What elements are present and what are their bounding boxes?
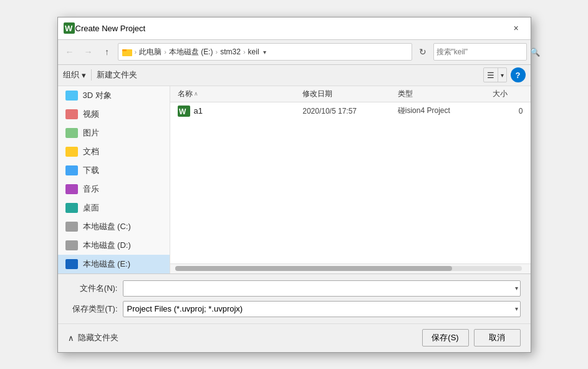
sidebar-item-video[interactable]: 视频	[58, 105, 170, 124]
svg-rect-11	[65, 222, 78, 232]
sort-arrow: ∧	[194, 91, 198, 97]
svg-rect-9	[65, 184, 78, 194]
sidebar-item-disk_d[interactable]: 本地磁盘 (D:)	[58, 236, 170, 255]
hide-folder-label: 隐藏文件夹	[78, 332, 118, 343]
sidebar-icon-disk_c	[65, 220, 78, 233]
file-date-cell: 2020/10/5 17:57	[300, 107, 395, 116]
svg-rect-4	[65, 91, 78, 101]
sidebar-item-docs[interactable]: 文档	[58, 142, 170, 161]
view-icon: ☰	[484, 68, 498, 82]
search-input[interactable]	[436, 47, 530, 56]
titlebar-controls: ×	[507, 21, 526, 36]
table-row[interactable]: W a1 2020/10/5 17:57 碰ision4 Project 0	[170, 102, 531, 120]
svg-rect-12	[65, 240, 78, 250]
filename-input[interactable]	[123, 280, 521, 297]
organize-label: 组织	[63, 69, 79, 81]
col-name-label: 名称	[178, 89, 193, 99]
sidebar-item-music[interactable]: 音乐	[58, 180, 170, 199]
svg-rect-3	[122, 49, 127, 51]
breadcrumb-bar[interactable]: › 此电脑 › 本地磁盘 (E:) › stm32 › keil ▾	[118, 43, 412, 61]
col-type-label: 类型	[398, 89, 413, 99]
toolbar-separator	[91, 69, 92, 81]
file-name: a1	[194, 106, 298, 116]
form-area: 文件名(N): ▾ 保存类型(T): Project Files (*.uvpr…	[58, 273, 531, 323]
svg-rect-6	[65, 128, 78, 138]
file-size-cell: 0	[490, 107, 525, 116]
breadcrumb-keil[interactable]: keil	[248, 47, 259, 56]
sidebar-label-images: 图片	[83, 127, 99, 139]
sidebar-item-downloads[interactable]: 下载	[58, 161, 170, 180]
content-area: 3D 对象 视频 图片 文档 下载 音乐 桌面 本地磁盘 (C:) 本地磁盘 (…	[58, 86, 531, 273]
keil-icon: W	[63, 22, 75, 34]
filelist-header: 名称 ∧ 修改日期 类型 大小	[170, 86, 531, 102]
addressbar: ← → ↑ › 此电脑 › 本地磁盘 (E:) › stm32 › keil ▾…	[58, 40, 531, 65]
svg-rect-10	[65, 203, 78, 213]
nav-up-button[interactable]: ↑	[99, 44, 115, 60]
col-header-name[interactable]: 名称 ∧	[175, 89, 301, 99]
close-button[interactable]: ×	[507, 21, 526, 36]
col-header-size[interactable]: 大小	[490, 89, 525, 99]
filetype-label: 保存类型(T):	[68, 303, 118, 315]
sidebar-icon-images	[65, 127, 78, 139]
dialog: W Create New Project × ← → ↑ › 此电脑 › 本地磁…	[57, 17, 531, 353]
filetype-row: 保存类型(T): Project Files (*.uvproj; *.uvpr…	[68, 301, 521, 317]
sidebar-item-images[interactable]: 图片	[58, 124, 170, 142]
file-type-cell: 碰ision4 Project	[395, 106, 491, 116]
sidebar-icon-docs	[65, 145, 78, 158]
col-header-date[interactable]: 修改日期	[300, 89, 395, 99]
cancel-button[interactable]: 取消	[474, 329, 521, 347]
sidebar-label-disk_d: 本地磁盘 (D:)	[83, 240, 131, 251]
sidebar-icon-disk_d	[65, 239, 78, 252]
breadcrumb-this-pc[interactable]: 此电脑	[139, 47, 161, 57]
hscroll-track	[175, 266, 522, 271]
sidebar-label-docs: 文档	[83, 146, 99, 157]
nav-forward-button[interactable]: →	[80, 44, 97, 60]
col-header-type[interactable]: 类型	[395, 89, 491, 99]
col-date-label: 修改日期	[302, 89, 332, 99]
col-size-label: 大小	[493, 89, 508, 99]
breadcrumb-dropdown-arrow[interactable]: ▾	[263, 49, 266, 56]
hscroll-thumb[interactable]	[175, 266, 453, 271]
search-box: 🔍	[433, 43, 527, 61]
footer-buttons: 保存(S) 取消	[422, 329, 521, 347]
sidebar-item-desktop[interactable]: 桌面	[58, 199, 170, 217]
sidebar-label-video: 视频	[83, 109, 99, 120]
footer: ∧ 隐藏文件夹 保存(S) 取消	[58, 323, 531, 352]
sidebar: 3D 对象 视频 图片 文档 下载 音乐 桌面 本地磁盘 (C:) 本地磁盘 (…	[58, 86, 170, 273]
sidebar-icon-desktop	[65, 202, 78, 214]
file-name-cell: W a1	[175, 105, 301, 117]
svg-text:W: W	[65, 24, 73, 33]
filelist: 名称 ∧ 修改日期 类型 大小	[170, 86, 531, 273]
sidebar-icon-downloads	[65, 164, 78, 177]
sidebar-icon-disk_e	[65, 258, 78, 270]
sidebar-item-disk_e[interactable]: 本地磁盘 (E:)	[58, 255, 170, 273]
horizontal-scrollbar[interactable]	[170, 263, 531, 273]
sidebar-icon-3d	[65, 89, 78, 102]
svg-rect-7	[65, 147, 78, 157]
search-icon[interactable]: 🔍	[530, 47, 540, 57]
dialog-title: Create New Project	[75, 24, 507, 33]
refresh-button[interactable]: ↻	[415, 44, 431, 60]
help-button[interactable]: ?	[511, 67, 526, 82]
sidebar-label-desktop: 桌面	[83, 202, 99, 214]
sidebar-icon-music	[65, 183, 78, 195]
filetype-select[interactable]: Project Files (*.uvproj; *.uvprojx)	[123, 301, 521, 317]
filename-row: 文件名(N): ▾	[68, 280, 521, 297]
sidebar-label-disk_e: 本地磁盘 (E:)	[83, 258, 131, 270]
hide-folder-toggle[interactable]: ∧ 隐藏文件夹	[68, 332, 118, 343]
sidebar-label-downloads: 下载	[83, 165, 99, 176]
save-button[interactable]: 保存(S)	[422, 329, 469, 347]
toolbar: 组织 ▾ 新建文件夹 ☰ ▾ ?	[58, 65, 531, 86]
organize-button[interactable]: 组织 ▾	[63, 69, 86, 81]
filename-wrapper: ▾	[123, 280, 521, 297]
nav-back-button[interactable]: ←	[62, 44, 78, 60]
new-folder-button[interactable]: 新建文件夹	[97, 69, 137, 81]
sidebar-label-disk_c: 本地磁盘 (C:)	[83, 221, 131, 232]
svg-rect-13	[65, 259, 78, 269]
breadcrumb-local-e[interactable]: 本地磁盘 (E:)	[169, 47, 213, 57]
view-toggle-button[interactable]: ☰ ▾	[483, 67, 507, 82]
filetype-wrapper: Project Files (*.uvproj; *.uvprojx) ▾	[123, 301, 521, 317]
sidebar-item-3d[interactable]: 3D 对象	[58, 86, 170, 105]
sidebar-item-disk_c[interactable]: 本地磁盘 (C:)	[58, 217, 170, 236]
breadcrumb-stm32[interactable]: stm32	[220, 47, 241, 56]
